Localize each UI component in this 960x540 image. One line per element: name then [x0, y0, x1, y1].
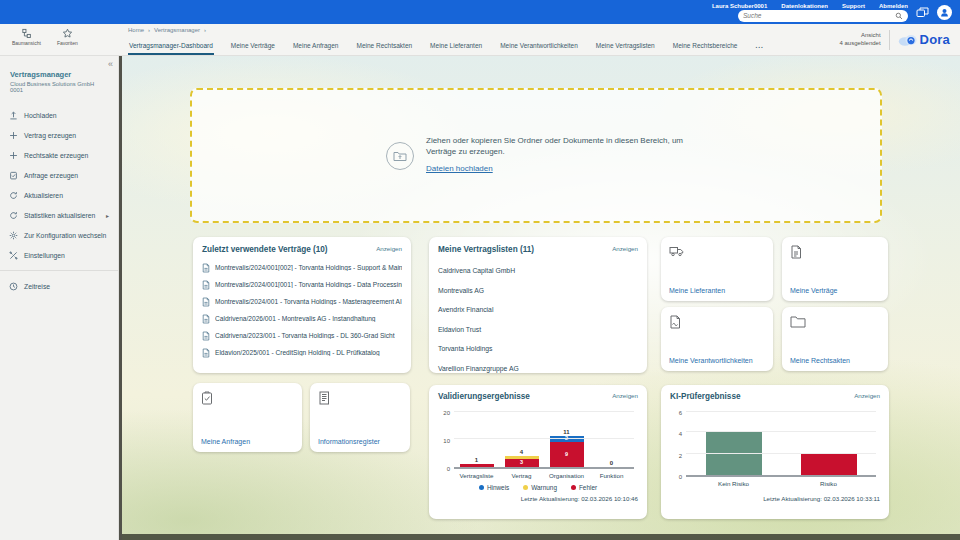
tile-meine-vertraege[interactable]: Meine Verträge [782, 237, 888, 301]
divider [119, 534, 960, 540]
tab-meine-verantwortlichkeiten[interactable]: Meine Verantwortlichkeiten [499, 42, 579, 55]
collapse-sidebar-icon[interactable]: « [108, 59, 113, 69]
contract-name: Montrevalis/2024/001[002] - Torvanta Hol… [215, 264, 402, 271]
sidebar-item-zur-konfiguration[interactable]: Zur Konfiguration wechseln [0, 225, 118, 245]
list-item[interactable]: Avendrix Financial [438, 300, 638, 320]
contract-list-item[interactable]: Montrevalis/2024/001[001] - Torvanta Hol… [202, 276, 402, 293]
list-item[interactable]: Varellion Finanzgruppe AG [438, 359, 638, 379]
view-hidden-info[interactable]: Ansicht 4 ausgeblendet [840, 32, 881, 47]
sidebar-subtitle: Cloud Business Solutions GmbH 0001 [10, 81, 108, 93]
contract-list-item[interactable]: Eldavion/2025/001 - CreditSign Holding -… [202, 344, 402, 361]
recent-contracts-list: Montrevalis/2024/001[002] - Torvanta Hol… [202, 259, 402, 361]
breadcrumb: Home › Vertragsmanager › [128, 27, 840, 33]
contract-list-item[interactable]: Montrevalis/2024/001 - Torvanta Holdings… [202, 293, 402, 310]
document-icon [202, 297, 210, 307]
chevron-right-icon: ▸ [106, 212, 109, 219]
topbar-links: Laura Schuber0001 Datenlokationen Suppor… [712, 3, 908, 9]
sidebar: « Vertragsmanager Cloud Business Solutio… [0, 56, 119, 540]
list-item[interactable]: Montrevalis AG [438, 281, 638, 301]
sidebar-item-einstellungen[interactable]: Einstellungen [0, 245, 118, 265]
sidebar-item-vertrag-erzeugen[interactable]: Vertrag erzeugen [0, 125, 118, 145]
tab-meine-vertraege[interactable]: Meine Verträge [230, 42, 276, 55]
last-update-text: Letzte Aktualisierung: 02.03.2026 10:33:… [670, 495, 880, 502]
sidebar-item-label: Statistiken aktualisieren [24, 212, 95, 219]
tab-meine-lieferanten[interactable]: Meine Lieferanten [429, 42, 483, 55]
plus-icon [9, 151, 18, 160]
legend-dot [571, 485, 576, 490]
document-signature-icon [669, 315, 765, 329]
tab-overflow-button[interactable]: ... [754, 42, 764, 55]
sidebar-item-rechtsakte-erzeugen[interactable]: Rechtsakte erzeugen [0, 145, 118, 165]
recent-contracts-card: Zuletzt verwendete Verträge (10) Anzeige… [193, 237, 411, 373]
contract-list-item[interactable]: Caldrivena/2023/001 - Torvanta Holdings … [202, 327, 402, 344]
windows-icon[interactable] [916, 7, 929, 18]
sidebar-item-label: Aktualisieren [24, 192, 63, 199]
tab-meine-anfragen[interactable]: Meine Anfragen [292, 42, 340, 55]
user-menu[interactable]: Laura Schuber0001 [712, 3, 767, 9]
tile-label: Meine Rechtsakten [790, 357, 850, 364]
sidebar-item-zeitreise[interactable]: Zeitreise [0, 276, 118, 296]
favorites-button[interactable]: Favoriten [57, 28, 78, 53]
upload-files-link[interactable]: Dateien hochladen [426, 164, 493, 173]
tile-meine-lieferanten[interactable]: Meine Lieferanten [661, 237, 773, 301]
search-box[interactable] [738, 10, 908, 22]
tree-view-button[interactable]: Baumansicht [12, 28, 41, 53]
tab-meine-rechtsakten[interactable]: Meine Rechtsakten [355, 42, 413, 55]
list-item[interactable]: Caldrivena Capital GmbH [438, 261, 638, 281]
tile-informationsregister[interactable]: Informationsregister [310, 383, 410, 452]
breadcrumb-vertragsmanager[interactable]: Vertragsmanager [154, 27, 200, 33]
tile-meine-anfragen[interactable]: Meine Anfragen [193, 383, 302, 452]
search-icon[interactable] [895, 12, 903, 20]
contract-name: Montrevalis/2024/001 - Torvanta Holdings… [215, 298, 402, 305]
bar-Vertrag: 43 [499, 413, 544, 467]
contract-name: Caldrivena/2026/001 - Montrevalis AG - I… [215, 315, 376, 322]
datenlokationen-link[interactable]: Datenlokationen [781, 3, 828, 9]
contract-lists-card: Meine Vertragslisten (11) Anzeigen Caldr… [429, 237, 647, 373]
tab-meine-vertragslisten[interactable]: Meine Vertragslisten [595, 42, 656, 55]
show-validation-results-link[interactable]: Anzeigen [612, 392, 638, 399]
show-recent-contracts-link[interactable]: Anzeigen [376, 245, 402, 252]
sidebar-item-hochladen[interactable]: Hochladen [0, 105, 118, 125]
show-contract-lists-link[interactable]: Anzeigen [612, 245, 638, 252]
brand-name: Dora [920, 32, 950, 47]
legend-warnung[interactable]: Warnung [523, 484, 557, 491]
legend-fehler[interactable]: Fehler [571, 484, 597, 491]
sidebar-item-aktualisieren[interactable]: Aktualisieren [0, 185, 118, 205]
gear-icon [9, 231, 18, 240]
tab-dashboard[interactable]: Vertragsmanager-Dashboard [128, 42, 214, 55]
folder-icon [790, 315, 880, 328]
tree-icon [21, 28, 32, 39]
tree-view-label: Baumansicht [12, 40, 41, 46]
chart-title: KI-Prüfergebnisse [670, 392, 741, 401]
tab-meine-rechtsbereiche[interactable]: Meine Rechtsbereiche [672, 42, 739, 55]
card-title: Meine Vertragslisten (11) [438, 245, 534, 254]
contract-list-item[interactable]: Montrevalis/2024/001[002] - Torvanta Hol… [202, 259, 402, 276]
file-drop-zone[interactable]: Ziehen oder kopieren Sie Ordner oder Dok… [190, 88, 882, 223]
y-axis-tick: 6 [679, 410, 682, 416]
list-item[interactable]: Eldavion Trust [438, 320, 638, 340]
tile-meine-verantwortlichkeiten[interactable]: Meine Verantwortlichkeiten [661, 307, 773, 371]
y-axis-tick: 4 [679, 431, 682, 437]
bar-Organisation: 1129 [544, 413, 589, 467]
sidebar-item-statistiken-aktualisieren[interactable]: Statistiken aktualisieren ▸ [0, 205, 118, 225]
support-link[interactable]: Support [842, 3, 865, 9]
document-icon [202, 280, 210, 290]
divider [889, 30, 890, 50]
contract-list-item[interactable]: Caldrivena/2026/001 - Montrevalis AG - I… [202, 310, 402, 327]
search-input[interactable] [743, 12, 891, 19]
logout-link[interactable]: Abmelden [879, 3, 908, 9]
tools-icon [9, 251, 18, 260]
sidebar-item-anfrage-erzeugen[interactable]: Anfrage erzeugen [0, 165, 118, 185]
breadcrumb-home[interactable]: Home [128, 27, 144, 33]
sidebar-item-label: Anfrage erzeugen [24, 172, 78, 179]
dora-logo: Dora [898, 32, 950, 47]
legend-dot [479, 485, 484, 490]
legend-hinweis[interactable]: Hinweis [479, 484, 509, 491]
dropzone-message: Ziehen oder kopieren Sie Ordner oder Dok… [426, 136, 686, 157]
show-ki-results-link[interactable]: Anzeigen [854, 392, 880, 399]
y-axis-tick: 20 [443, 410, 450, 416]
avatar[interactable] [937, 5, 952, 20]
tile-label: Informationsregister [318, 438, 380, 445]
list-item[interactable]: Torvanta Holdings [438, 339, 638, 359]
tile-meine-rechtsakten[interactable]: Meine Rechtsakten [782, 307, 888, 371]
